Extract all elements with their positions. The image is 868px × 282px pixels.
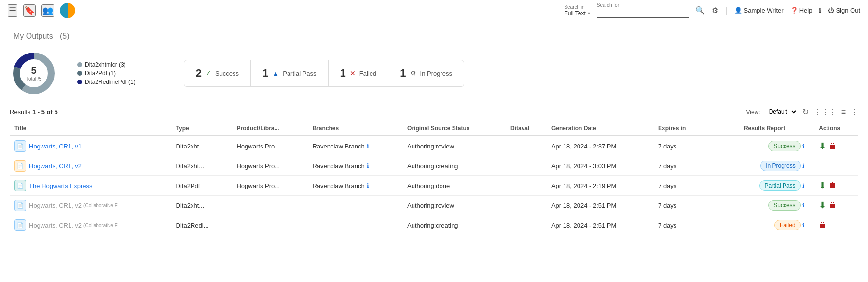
table-row: 📄 Hogwarts, CR1, v2 (Collaborative F Dit… [10,215,858,235]
cell-title: 📄 Hogwarts, CR1, v1 [10,136,171,156]
action-btns: ⬇🗑 [819,180,854,191]
legend-dot-0 [77,62,82,67]
badge-info-icon[interactable]: ℹ [802,143,804,149]
legend-dot-2 [77,80,82,84]
branch-info-icon[interactable]: ℹ [367,162,369,169]
title-link[interactable]: Hogwarts, CR1, v2 [29,202,82,209]
delete-button[interactable]: 🗑 [829,142,837,150]
more-options-button[interactable]: ⋮ [851,107,858,117]
legend-label-2: Dita2RedlinePdf (1) [85,79,136,85]
top-nav: ☰ 🔖 👥 Search in Full Text ▾ Search for 🔍… [0,0,868,21]
title-link[interactable]: Hogwarts, CR1, v2 [29,162,82,170]
title-cell: 📄 Hogwarts, CR1, v2 (Collaborative F [14,200,166,211]
cell-product [232,215,307,235]
signout-button[interactable]: ⏻ Sign Out [828,7,860,14]
results-prefix: Results [10,108,30,116]
cell-results-report: Partial Pass ℹ [707,176,814,196]
legend-label-0: Dita2xhtmlcr (3) [85,61,126,68]
view-dropdown[interactable]: Default [765,107,798,117]
delete-button[interactable]: 🗑 [829,181,837,190]
cell-product: Hogwarts Pro... [232,156,307,176]
collab-tag: (Collaborative F [83,203,118,208]
cell-actions: ⬇🗑 [814,196,858,215]
title-cell: 📄 Hogwarts, CR1, v2 [14,160,166,172]
filter-table-button[interactable]: ≡ [841,108,846,117]
cell-title: 📄 The Hogwarts Express [10,176,171,196]
status-box-failed: 1 ✕ Failed [329,60,389,86]
refresh-button[interactable]: ↻ [802,107,809,117]
cell-gen-date: Apr 18, 2024 - 2:51 PM [547,196,653,215]
col-type: Type [171,121,232,136]
help-button[interactable]: ❓ Help [790,7,813,14]
cell-gen-date: Apr 18, 2024 - 2:19 PM [547,176,653,196]
app-logo [60,3,75,18]
cell-gen-date: Apr 18, 2024 - 2:37 PM [547,136,653,156]
user-icon: 👤 [734,7,742,14]
table-row: 📄 Hogwarts, CR1, v2 Dita2xht... Hogwarts… [10,156,858,176]
results-table: Title Type Product/Libra... Branches Ori… [10,121,858,235]
row-icon: 📄 [14,140,26,152]
users-icon[interactable]: 👥 [41,4,54,17]
help-label: Help [799,7,813,14]
branch-cell: Ravenclaw Branchℹ [312,162,398,170]
row-icon: 📄 [14,160,26,172]
status-badge: Partial Pass [759,180,801,191]
badge-info-icon[interactable]: ℹ [802,222,804,228]
badge-info-icon[interactable]: ℹ [802,163,804,169]
columns-button[interactable]: ⋮⋮⋮ [813,107,837,117]
cell-source-status: Authoring:creating [402,215,506,235]
menu-icon[interactable]: ☰ [8,4,17,17]
help-circle-icon: ❓ [790,7,798,14]
branch-info-icon[interactable]: ℹ [367,182,369,189]
cell-type: Dita2Redl... [171,215,232,235]
donut-label: 5 Total /5 [26,65,41,81]
user-menu-button[interactable]: 👤 Sample Writer [734,7,784,14]
bookmark-icon[interactable]: 🔖 [23,4,36,17]
cell-actions: ⬇🗑 [814,136,858,156]
user-name: Sample Writer [744,7,784,14]
action-btns: ⬇🗑 [819,200,854,211]
donut-chart: 5 Total /5 [10,49,58,97]
cell-branch: Ravenclaw Branchℹ [307,176,402,196]
cell-source-status: Authoring:review [402,196,506,215]
title-link[interactable]: Hogwarts, CR1, v2 [29,222,82,229]
search-in-dropdown[interactable]: Full Text ▾ [564,10,590,17]
cell-ditaval [506,176,547,196]
page-count: (5) [60,32,69,40]
legend-label-1: Dita2Pdf (1) [85,70,116,77]
nav-left: ☰ 🔖 👥 [8,3,75,18]
signout-label: Sign Out [836,7,860,14]
results-text: Results 1 - 5 of 5 [10,108,58,116]
status-boxes: 2 ✓ Success 1 ▲ Partial Pass 1 ✕ Failed … [184,60,464,87]
info-button[interactable]: ℹ [819,7,821,14]
donut-sublabel: Total /5 [26,76,41,81]
col-source-status: Original Source Status [402,121,506,136]
table-header: Title Type Product/Libra... Branches Ori… [10,121,858,136]
view-label: View: [746,109,760,116]
status-badge: Success [768,200,800,211]
search-input[interactable] [597,8,689,18]
cell-branch: Ravenclaw Branchℹ [307,156,402,176]
title-link[interactable]: The Hogwarts Express [29,182,93,189]
power-icon: ⏻ [828,7,834,14]
info-icon: ℹ [819,7,821,14]
cell-expires: 7 days [653,215,707,235]
download-button[interactable]: ⬇ [819,180,826,191]
nav-right: Search in Full Text ▾ Search for 🔍 ⚙ | 👤… [564,2,860,18]
table-row: 📄 Hogwarts, CR1, v1 Dita2xht... Hogwarts… [10,136,858,156]
search-button[interactable]: 🔍 [695,6,705,15]
filter-button[interactable]: ⚙ [712,6,718,15]
badge-info-icon[interactable]: ℹ [802,202,804,208]
cell-gen-date: Apr 18, 2024 - 2:51 PM [547,215,653,235]
cell-ditaval [506,215,547,235]
branch-info-icon[interactable]: ℹ [367,143,369,149]
download-button[interactable]: ⬇ [819,200,826,211]
delete-button[interactable]: 🗑 [819,221,827,229]
cell-ditaval [506,156,547,176]
badge-info-icon[interactable]: ℹ [802,183,804,188]
delete-button[interactable]: 🗑 [829,201,837,210]
col-results-report: Results Report [707,121,814,136]
title-link[interactable]: Hogwarts, CR1, v1 [29,143,82,150]
download-button[interactable]: ⬇ [819,141,826,151]
cell-product [232,196,307,215]
